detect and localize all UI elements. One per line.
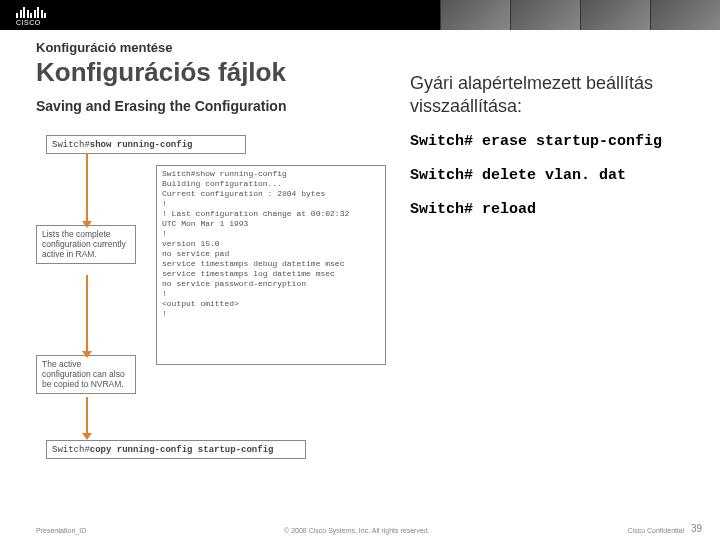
footer-right: Cisco Confidential [628, 527, 684, 534]
arrow-3 [86, 397, 88, 435]
cmd-box-1: Switch#show running-config [46, 135, 246, 154]
arrow-head-3 [82, 433, 92, 440]
slide-subtitle: Konfiguráció mentése [36, 40, 684, 55]
top-banner: CISCO [0, 0, 720, 30]
footer-center: © 2008 Cisco Systems, Inc. All rights re… [284, 527, 430, 534]
desc-box-1: Lists the complete configuration current… [36, 225, 136, 264]
footer-left: Presentation_ID [36, 527, 86, 534]
banner-images [440, 0, 720, 30]
cmd-delete: Switch# delete vlan. dat [410, 167, 690, 185]
cisco-logo: CISCO [16, 4, 46, 26]
page-number: 39 [691, 523, 702, 534]
cmd-box-2: Switch#copy running-config startup-confi… [46, 440, 306, 459]
output-box: Switch#show running-config Building conf… [156, 165, 386, 365]
cmd-erase: Switch# erase startup-config [410, 133, 690, 151]
arrow-1 [86, 153, 88, 223]
arrow-2 [86, 275, 88, 353]
arrow-head-1 [82, 221, 92, 228]
footer: Presentation_ID © 2008 Cisco Systems, In… [0, 527, 720, 534]
desc-box-2: The active configuration can also be cop… [36, 355, 136, 394]
arrow-head-2 [82, 351, 92, 358]
logo-text: CISCO [16, 19, 46, 26]
right-title: Gyári alapértelmezett beállítás visszaál… [410, 72, 690, 117]
cmd-reload: Switch# reload [410, 201, 690, 219]
diagram: Switch#show running-config Switch#show r… [36, 135, 396, 465]
